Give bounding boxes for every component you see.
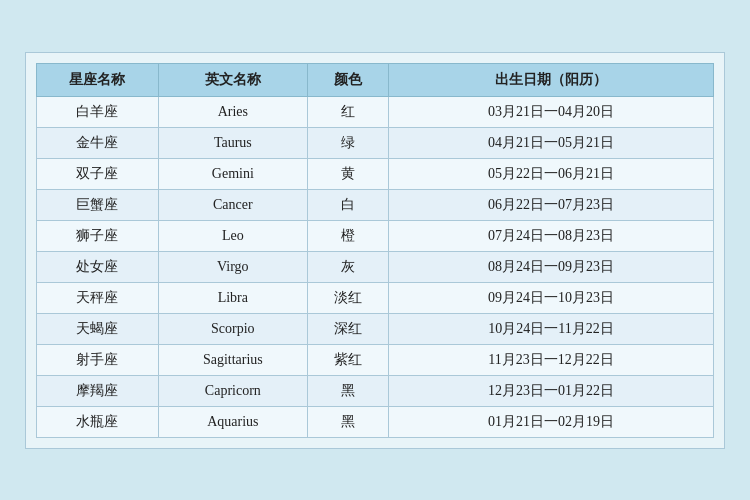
header-date: 出生日期（阳历） <box>389 63 714 96</box>
cell-en: Scorpio <box>158 313 307 344</box>
cell-zh: 金牛座 <box>37 127 159 158</box>
cell-zh: 处女座 <box>37 251 159 282</box>
cell-color: 淡红 <box>307 282 388 313</box>
cell-zh: 双子座 <box>37 158 159 189</box>
zodiac-table-container: 星座名称 英文名称 颜色 出生日期（阳历） 白羊座Aries红03月21日一04… <box>25 52 725 449</box>
cell-zh: 巨蟹座 <box>37 189 159 220</box>
header-zh: 星座名称 <box>37 63 159 96</box>
table-row: 处女座Virgo灰08月24日一09月23日 <box>37 251 714 282</box>
cell-color: 黑 <box>307 406 388 437</box>
table-row: 白羊座Aries红03月21日一04月20日 <box>37 96 714 127</box>
cell-date: 09月24日一10月23日 <box>389 282 714 313</box>
table-row: 摩羯座Capricorn黑12月23日一01月22日 <box>37 375 714 406</box>
cell-date: 01月21日一02月19日 <box>389 406 714 437</box>
cell-color: 橙 <box>307 220 388 251</box>
cell-date: 10月24日一11月22日 <box>389 313 714 344</box>
cell-date: 12月23日一01月22日 <box>389 375 714 406</box>
cell-en: Taurus <box>158 127 307 158</box>
table-row: 射手座Sagittarius紫红11月23日一12月22日 <box>37 344 714 375</box>
cell-color: 白 <box>307 189 388 220</box>
cell-en: Leo <box>158 220 307 251</box>
cell-color: 黑 <box>307 375 388 406</box>
table-row: 巨蟹座Cancer白06月22日一07月23日 <box>37 189 714 220</box>
cell-color: 紫红 <box>307 344 388 375</box>
cell-en: Aquarius <box>158 406 307 437</box>
table-row: 双子座Gemini黄05月22日一06月21日 <box>37 158 714 189</box>
cell-date: 04月21日一05月21日 <box>389 127 714 158</box>
table-header-row: 星座名称 英文名称 颜色 出生日期（阳历） <box>37 63 714 96</box>
header-color: 颜色 <box>307 63 388 96</box>
cell-color: 深红 <box>307 313 388 344</box>
table-row: 狮子座Leo橙07月24日一08月23日 <box>37 220 714 251</box>
cell-zh: 水瓶座 <box>37 406 159 437</box>
cell-en: Libra <box>158 282 307 313</box>
cell-en: Virgo <box>158 251 307 282</box>
cell-en: Gemini <box>158 158 307 189</box>
cell-zh: 射手座 <box>37 344 159 375</box>
cell-color: 黄 <box>307 158 388 189</box>
cell-color: 灰 <box>307 251 388 282</box>
cell-en: Sagittarius <box>158 344 307 375</box>
cell-zh: 狮子座 <box>37 220 159 251</box>
table-row: 天蝎座Scorpio深红10月24日一11月22日 <box>37 313 714 344</box>
cell-color: 红 <box>307 96 388 127</box>
cell-color: 绿 <box>307 127 388 158</box>
zodiac-table: 星座名称 英文名称 颜色 出生日期（阳历） 白羊座Aries红03月21日一04… <box>36 63 714 438</box>
cell-date: 11月23日一12月22日 <box>389 344 714 375</box>
cell-en: Capricorn <box>158 375 307 406</box>
cell-date: 03月21日一04月20日 <box>389 96 714 127</box>
table-row: 水瓶座Aquarius黑01月21日一02月19日 <box>37 406 714 437</box>
cell-zh: 天秤座 <box>37 282 159 313</box>
cell-en: Aries <box>158 96 307 127</box>
cell-zh: 天蝎座 <box>37 313 159 344</box>
table-row: 金牛座Taurus绿04月21日一05月21日 <box>37 127 714 158</box>
cell-zh: 白羊座 <box>37 96 159 127</box>
header-en: 英文名称 <box>158 63 307 96</box>
cell-date: 06月22日一07月23日 <box>389 189 714 220</box>
cell-date: 08月24日一09月23日 <box>389 251 714 282</box>
cell-date: 07月24日一08月23日 <box>389 220 714 251</box>
cell-zh: 摩羯座 <box>37 375 159 406</box>
cell-en: Cancer <box>158 189 307 220</box>
cell-date: 05月22日一06月21日 <box>389 158 714 189</box>
table-row: 天秤座Libra淡红09月24日一10月23日 <box>37 282 714 313</box>
